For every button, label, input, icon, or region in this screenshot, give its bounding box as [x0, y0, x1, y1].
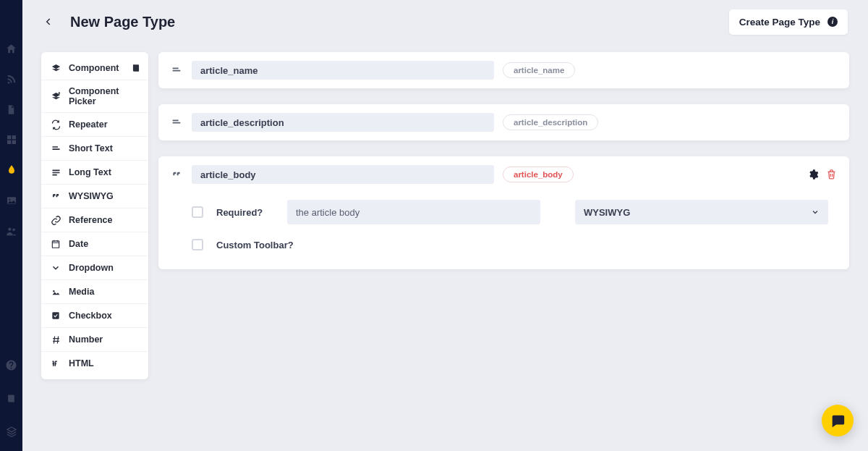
short-text-icon — [170, 64, 183, 77]
quote-icon — [50, 190, 61, 202]
book-nav-icon[interactable] — [5, 392, 18, 405]
field-type-label: Number — [69, 334, 103, 345]
nav-rail — [0, 0, 22, 451]
field-type-reference[interactable]: Reference — [41, 208, 148, 232]
custom-toolbar-checkbox[interactable] — [192, 239, 203, 250]
field-card: article_name — [158, 52, 849, 88]
users-icon[interactable] — [5, 224, 18, 237]
field-type-label: Repeater — [69, 119, 108, 130]
html-icon — [50, 358, 61, 369]
main-area: Component Component Picker Repeater Shor… — [22, 43, 868, 451]
checkbox-icon — [50, 310, 61, 321]
trash-icon[interactable] — [826, 169, 838, 180]
create-page-type-button[interactable]: Create Page Type i — [729, 9, 848, 35]
field-type-label: Component Picker — [69, 86, 140, 106]
svg-point-6 — [8, 227, 11, 230]
home-icon[interactable] — [5, 42, 18, 55]
svg-point-5 — [9, 199, 10, 201]
short-text-icon — [170, 116, 183, 129]
chevron-down-icon — [811, 208, 820, 216]
field-slug-pill: article_description — [503, 114, 598, 130]
field-type-component[interactable]: Component — [41, 56, 148, 80]
field-type-component-picker[interactable]: Component Picker — [41, 80, 148, 113]
svg-rect-2 — [7, 140, 11, 144]
repeat-icon — [50, 119, 61, 130]
field-slug-pill: article_body — [503, 167, 574, 182]
field-type-label: Short Text — [69, 143, 113, 153]
field-type-select[interactable]: WYSIWYG — [575, 200, 828, 224]
quote-icon — [170, 168, 183, 181]
field-type-label: Long Text — [69, 167, 111, 177]
field-description-input[interactable] — [287, 200, 540, 224]
short-text-icon — [50, 143, 61, 154]
grid-icon[interactable] — [5, 133, 18, 146]
field-type-label: Media — [69, 287, 94, 297]
svg-rect-1 — [12, 135, 15, 139]
gear-icon[interactable] — [807, 169, 819, 180]
svg-rect-9 — [52, 312, 59, 319]
field-type-number[interactable]: Number — [41, 328, 148, 352]
field-name-input[interactable] — [192, 165, 494, 184]
field-type-wysiwyg[interactable]: WYSIWYG — [41, 185, 148, 208]
field-type-label: Checkbox — [69, 311, 112, 321]
field-type-date[interactable]: Date — [41, 232, 148, 256]
page-title: New Page Type — [70, 14, 175, 30]
field-type-checkbox[interactable]: Checkbox — [41, 304, 148, 328]
field-type-html[interactable]: HTML — [41, 352, 148, 375]
field-type-long-text[interactable]: Long Text — [41, 161, 148, 185]
field-type-label: Date — [69, 239, 88, 249]
field-type-label: Dropdown — [69, 263, 114, 273]
page-header: New Page Type Create Page Type i — [22, 0, 868, 43]
required-label: Required? — [216, 207, 274, 218]
chevron-down-icon — [50, 262, 61, 274]
svg-point-7 — [12, 228, 15, 231]
media-icon — [50, 286, 61, 298]
field-card: article_body Required? — [158, 156, 849, 269]
info-icon: i — [827, 17, 838, 27]
svg-rect-0 — [7, 135, 11, 139]
hash-icon — [50, 334, 61, 345]
type-select-value: WYSIWYG — [584, 207, 630, 218]
tint-icon[interactable] — [5, 164, 18, 177]
svg-rect-3 — [12, 140, 15, 144]
field-type-repeater[interactable]: Repeater — [41, 113, 148, 137]
field-types-panel: Component Component Picker Repeater Shor… — [41, 52, 148, 379]
calendar-icon — [50, 238, 61, 250]
chat-fab[interactable] — [822, 405, 854, 437]
field-type-label: HTML — [69, 358, 94, 368]
book-icon — [131, 63, 141, 73]
field-type-label: WYSIWYG — [69, 191, 114, 201]
help-icon[interactable] — [5, 358, 18, 371]
custom-toolbar-label: Custom Toolbar? — [216, 240, 294, 250]
image-icon[interactable] — [5, 194, 18, 207]
link-icon — [50, 214, 61, 226]
fields-column: article_name article_description article… — [158, 52, 849, 437]
field-type-label: Reference — [69, 215, 112, 225]
svg-rect-8 — [52, 241, 59, 248]
field-type-media[interactable]: Media — [41, 280, 148, 304]
create-button-label: Create Page Type — [739, 17, 820, 28]
layers-nav-icon[interactable] — [5, 425, 18, 438]
field-type-short-text[interactable]: Short Text — [41, 137, 148, 161]
long-text-icon — [50, 167, 61, 178]
layers-plus-icon — [50, 90, 61, 102]
layers-icon — [50, 62, 61, 74]
document-icon[interactable] — [5, 103, 18, 116]
required-checkbox[interactable] — [192, 206, 203, 218]
field-card: article_description — [158, 104, 849, 140]
field-type-dropdown[interactable]: Dropdown — [41, 256, 148, 280]
field-slug-pill: article_name — [503, 62, 575, 78]
field-name-input[interactable] — [192, 61, 494, 80]
field-type-label: Component — [69, 63, 119, 73]
field-name-input[interactable] — [192, 113, 494, 132]
back-button[interactable] — [40, 13, 57, 30]
rss-icon[interactable] — [5, 72, 18, 85]
